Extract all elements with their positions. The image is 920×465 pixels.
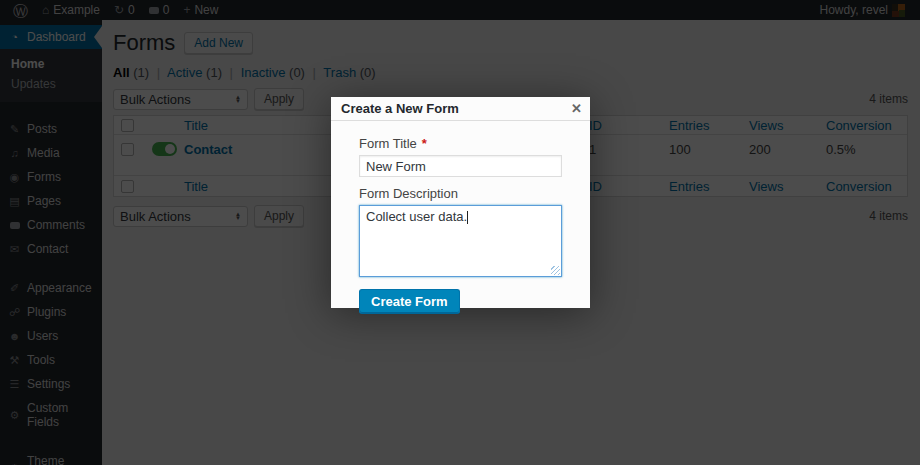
required-marker: * [422, 136, 427, 151]
modal-body: Form Title * Form Description Collect us… [331, 121, 590, 314]
form-title-input[interactable] [359, 155, 562, 177]
resize-handle[interactable] [551, 266, 560, 275]
form-description-textarea[interactable]: Collect user data. [359, 205, 562, 277]
modal-header: Create a New Form ✕ [331, 97, 590, 121]
form-title-label: Form Title [359, 136, 417, 151]
create-form-modal: Create a New Form ✕ Form Title * Form De… [331, 97, 590, 308]
form-description-text: Collect user data. [366, 209, 467, 224]
create-form-button[interactable]: Create Form [359, 289, 460, 314]
modal-title: Create a New Form [341, 101, 571, 116]
close-icon[interactable]: ✕ [571, 102, 582, 115]
form-description-label: Form Description [359, 186, 458, 201]
text-caret [467, 211, 468, 224]
